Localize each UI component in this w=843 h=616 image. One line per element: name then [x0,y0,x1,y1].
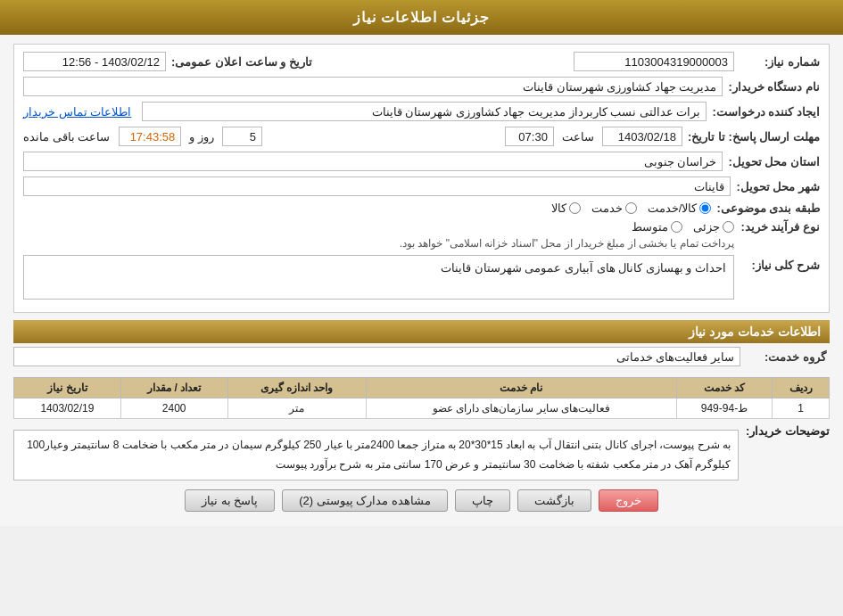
row-service-group: گروه خدمت: سایر فعالیت‌های خدماتی [13,347,830,372]
footer-buttons: خروج بازگشت چاپ مشاهده مدارک پیوستی (2) … [13,480,830,517]
need-number-value: 1103004319000003 [574,52,734,71]
deadline-time: 07:30 [505,127,554,146]
print-button[interactable]: چاپ [455,489,510,512]
row-city: شهر محل تحویل: قاینات [23,177,820,196]
purchase-label-jozi: جزئی [693,220,720,234]
row-creator: ایجاد کننده درخواست: برات عدالتی نسب کار… [23,102,820,121]
province-label: استان محل تحویل: [728,155,820,168]
category-radio-kala-khedmat[interactable] [699,202,711,214]
notes-label: توضیحات خریدار: [746,424,830,438]
province-value: خراسان جنوبی [23,152,723,171]
table-row: 1 ط-94-949 فعالیت‌های سایر سازمان‌های دا… [14,398,830,419]
col-row: ردیف [773,378,830,398]
view-docs-button[interactable]: مشاهده مدارک پیوستی (2) [282,489,448,512]
exit-button[interactable]: خروج [599,489,658,512]
row-purchase-type: نوع فرآیند خرید: جزئی متوسط پرداخت تمام … [23,220,820,250]
description-value: احداث و بهسازی کانال های آبیاری عمومی شه… [23,255,734,300]
need-number-label: شماره نیاز: [740,55,820,69]
col-name: نام خدمت [366,378,676,398]
deadline-days: 5 [222,127,262,146]
deadline-countdown: 17:43:58 [119,127,181,146]
service-group-value: سایر فعالیت‌های خدماتی [13,347,740,366]
city-label: شهر محل تحویل: [736,180,820,193]
purchase-note: پرداخت تمام یا بخشی از مبلغ خریدار از مح… [23,237,734,250]
city-value: قاینات [23,177,731,196]
row-need-number: شماره نیاز: 1103004319000003 تاریخ و ساع… [23,52,820,71]
purchase-radio-motawaset[interactable] [671,221,682,233]
purchase-option-jozi[interactable]: جزئی [693,220,734,234]
days-label: روز و [189,130,214,144]
col-unit: واحد اندازه گیری [227,378,366,398]
deadline-label: مهلت ارسال پاسخ: تا تاریخ: [688,130,820,144]
col-date: تاریخ نیاز [14,378,121,398]
purchase-radio-group: جزئی متوسط [23,220,734,234]
category-radio-kala[interactable] [569,202,581,214]
notes-row: توضیحات خریدار: به شرح پیوست، اجرای کانا… [13,424,830,480]
cell-unit: متر [227,398,366,419]
category-label-kala-khedmat: کالا/خدمت [648,201,698,215]
buyer-value: مدیریت جهاد کشاورزی شهرستان قاینات [23,77,723,96]
category-radio-group: کالا/خدمت خدمت کالا [551,201,712,215]
description-label: شرح کلی نیاز: [740,259,820,272]
cell-name: فعالیت‌های سایر سازمان‌های دارای عضو [366,398,676,419]
row-province: استان محل تحویل: خراسان جنوبی [23,152,820,171]
page-header: جزئیات اطلاعات نیاز [0,0,843,35]
category-option-kala[interactable]: کالا [551,201,581,215]
page-container: جزئیات اطلاعات نیاز شماره نیاز: 11030043… [0,0,843,616]
notes-text: به شرح پیوست، اجرای کانال بتنی انتقال آب… [13,430,739,480]
reply-button[interactable]: پاسخ به نیاز [185,489,275,512]
category-radio-khedmat[interactable] [625,202,637,214]
service-group-label: گروه خدمت: [746,350,826,364]
date-label: تاریخ و ساعت اعلان عمومی: [171,55,312,69]
cell-date: 1403/02/19 [14,398,121,419]
deadline-date: 1403/02/18 [602,127,682,146]
service-info-section: اطلاعات خدمات مورد نیاز گروه خدمت: سایر … [13,320,830,480]
category-label: طبقه بندی موضوعی: [716,201,820,215]
purchase-type-label: نوع فرآیند خرید: [740,220,820,234]
col-qty: تعداد / مقدار [120,378,227,398]
date-value: 1403/02/12 - 12:56 [23,52,166,71]
category-label-khedmat: خدمت [591,201,623,215]
row-description: شرح کلی نیاز: احداث و بهسازی کانال های آ… [23,255,820,300]
service-info-header: اطلاعات خدمات مورد نیاز [13,320,830,343]
buyer-label: نام دستگاه خریدار: [728,80,820,94]
remaining-label: ساعت باقی مانده [23,130,110,144]
col-code: کد خدمت [676,378,772,398]
cell-row: 1 [773,398,830,419]
table-header-row: ردیف کد خدمت نام خدمت واحد اندازه گیری ت… [14,378,830,398]
service-table: ردیف کد خدمت نام خدمت واحد اندازه گیری ت… [13,377,830,419]
row-deadline: مهلت ارسال پاسخ: تا تاریخ: 1403/02/18 سا… [23,127,820,146]
creator-value: برات عدالتی نسب کاربرداز مدیریت جهاد کشا… [142,102,707,121]
category-option-khedmat[interactable]: خدمت [591,201,637,215]
row-category: طبقه بندی موضوعی: کالا/خدمت خدمت کالا [23,201,820,215]
cell-code: ط-94-949 [676,398,772,419]
purchase-option-motawaset[interactable]: متوسط [632,220,682,234]
service-table-section: ردیف کد خدمت نام خدمت واحد اندازه گیری ت… [13,377,830,419]
cell-quantity: 2400 [120,398,227,419]
page-title: جزئیات اطلاعات نیاز [353,10,491,25]
time-label: ساعت [562,130,594,144]
row-buyer: نام دستگاه خریدار: مدیریت جهاد کشاورزی ش… [23,77,820,96]
main-content: شماره نیاز: 1103004319000003 تاریخ و ساع… [0,35,843,526]
info-section: شماره نیاز: 1103004319000003 تاریخ و ساع… [13,44,830,313]
creator-label: ایجاد کننده درخواست: [712,105,820,119]
category-option-kala-khedmat[interactable]: کالا/خدمت [648,201,712,215]
contact-link[interactable]: اطلاعات تماس خریدار [23,105,131,119]
back-button[interactable]: بازگشت [517,489,591,512]
purchase-label-motawaset: متوسط [632,220,668,234]
category-label-kala: کالا [551,201,566,215]
purchase-radio-jozi[interactable] [723,221,734,233]
